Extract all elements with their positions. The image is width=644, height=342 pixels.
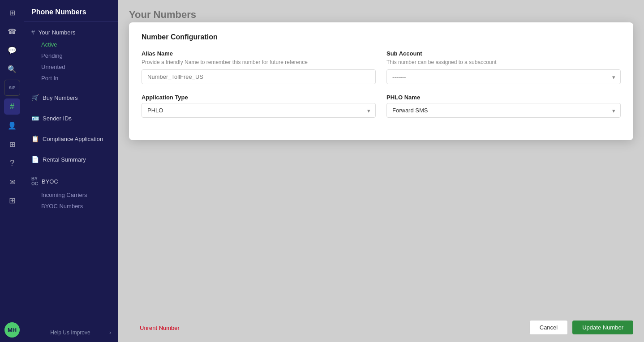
your-numbers-section: # Your Numbers Active Pending Unrented P… (24, 22, 118, 87)
hash-group-icon: # (31, 29, 35, 36)
sidebar-title: Phone Numbers (24, 0, 118, 22)
sidebar-item-incoming-carriers[interactable]: Incoming Carriers (24, 189, 118, 201)
buy-numbers-section: 🛒 Buy Numbers (24, 87, 118, 108)
search-icon[interactable]: 🔍 (4, 61, 20, 77)
phlo-name-select[interactable]: Forward SMS Option 2 Option 3 (386, 103, 621, 118)
sip-icon[interactable]: SIP (4, 80, 20, 96)
phone-icon[interactable]: ☎ (4, 23, 20, 39)
cancel-button[interactable]: Cancel (529, 320, 568, 335)
buy-numbers-label: Buy Numbers (43, 94, 78, 101)
chevron-right-icon: › (109, 329, 111, 336)
sub-account-select[interactable]: ------- (386, 69, 621, 84)
id-icon: 🪪 (31, 115, 39, 122)
byoc-label: BYOC (42, 178, 58, 185)
application-type-field: Application Type PHLO Voice SMS Fax ▾ (142, 94, 376, 118)
sidebar-item-unrented[interactable]: Unrented (24, 61, 118, 73)
alias-name-field: Alias Name Provide a friendly Name to re… (142, 50, 376, 84)
compliance-icon: 📋 (31, 135, 39, 142)
help-icon[interactable]: ? (4, 155, 20, 171)
grid2-icon[interactable]: ⊞ (4, 136, 20, 152)
apps-icon[interactable]: ⊞ (4, 192, 20, 209)
byoc-section: BYOC BYOC Incoming Carriers BYOC Numbers (24, 170, 118, 215)
help-label: Help Us Improve (50, 329, 90, 336)
sidebar-group-byoc[interactable]: BYOC BYOC (24, 173, 118, 189)
sidebar-group-rental-summary[interactable]: 📄 Rental Summary (24, 153, 118, 166)
sub-account-label: Sub Account (386, 50, 621, 57)
sub-account-field: Sub Account This number can be assigned … (386, 50, 621, 84)
icon-rail: ⊞ ☎ 💬 🔍 SIP # 👤 ⊞ ? ✉ ⊞ MH (0, 0, 24, 342)
sidebar-item-byoc-numbers[interactable]: BYOC Numbers (24, 201, 118, 212)
number-configuration-modal: Number Configuration Alias Name Provide … (129, 22, 633, 140)
phlo-name-field: PHLO Name Forward SMS Option 2 Option 3 … (386, 94, 621, 118)
modal-row-2: Application Type PHLO Voice SMS Fax ▾ PH… (142, 94, 621, 118)
application-type-select-wrapper: PHLO Voice SMS Fax ▾ (142, 103, 376, 118)
alias-name-hint: Provide a friendly Name to remember this… (142, 59, 376, 65)
contacts-icon[interactable]: 👤 (4, 117, 20, 133)
hash-icon[interactable]: # (4, 98, 20, 115)
sender-ids-section: 🪪 Sender IDs (24, 108, 118, 128)
rental-summary-section: 📄 Rental Summary (24, 149, 118, 170)
alias-name-label: Alias Name (142, 50, 376, 57)
main-content: Your Numbers ‹ Active Numbers / +1 833-6… (118, 0, 644, 342)
phlo-name-select-wrapper: Forward SMS Option 2 Option 3 ▾ (386, 103, 621, 118)
alias-name-input[interactable] (142, 69, 376, 84)
phlo-name-label: PHLO Name (386, 94, 621, 101)
sidebar-item-active[interactable]: Active (24, 39, 118, 50)
application-type-select[interactable]: PHLO Voice SMS Fax (142, 103, 376, 118)
modal-row-1: Alias Name Provide a friendly Name to re… (142, 50, 621, 84)
rental-summary-label: Rental Summary (43, 156, 86, 163)
cart-icon: 🛒 (31, 94, 39, 101)
sidebar-help[interactable]: Help Us Improve › (24, 323, 118, 342)
application-type-label: Application Type (142, 94, 376, 101)
modal-action-bar: Cancel Update Number (118, 313, 644, 342)
sidebar-group-sender-ids[interactable]: 🪪 Sender IDs (24, 111, 118, 125)
sidebar-group-compliance[interactable]: 📋 Compliance Application (24, 132, 118, 145)
sender-ids-label: Sender IDs (43, 115, 72, 122)
modal-title: Number Configuration (142, 33, 621, 41)
sub-account-hint: This number can be assigned to a subacco… (386, 59, 621, 65)
avatar[interactable]: MH (4, 322, 20, 338)
update-number-button[interactable]: Update Number (572, 321, 633, 334)
sub-account-select-wrapper: ------- ▾ (386, 69, 621, 84)
compliance-label: Compliance Application (43, 136, 103, 142)
sidebar-item-port-in[interactable]: Port In (24, 73, 118, 84)
sidebar-group-your-numbers[interactable]: # Your Numbers (24, 26, 118, 39)
compliance-section: 📋 Compliance Application (24, 128, 118, 149)
sidebar-item-pending[interactable]: Pending (24, 50, 118, 61)
sidebar: Phone Numbers # Your Numbers Active Pend… (24, 0, 118, 342)
your-numbers-label: Your Numbers (39, 29, 76, 36)
message-icon[interactable]: ✉ (4, 174, 20, 190)
rental-icon: 📄 (31, 156, 39, 163)
grid-icon[interactable]: ⊞ (4, 4, 20, 21)
sidebar-group-buy-numbers[interactable]: 🛒 Buy Numbers (24, 91, 118, 104)
chat-icon[interactable]: 💬 (4, 42, 20, 58)
byoc-icon: BYOC (31, 176, 38, 186)
